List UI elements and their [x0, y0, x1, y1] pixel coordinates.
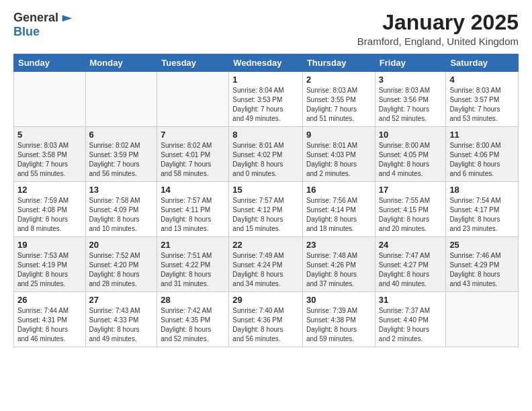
day-number: 14 [161, 185, 225, 195]
day-number: 29 [232, 295, 299, 305]
calendar-cell: 15Sunrise: 7:57 AM Sunset: 4:12 PM Dayli… [229, 182, 303, 237]
day-info: Sunrise: 7:43 AM Sunset: 4:33 PM Dayligh… [89, 306, 154, 344]
calendar-cell: 6Sunrise: 8:02 AM Sunset: 3:59 PM Daylig… [85, 127, 157, 182]
day-info: Sunrise: 8:03 AM Sunset: 3:58 PM Dayligh… [17, 141, 82, 179]
calendar-cell: 20Sunrise: 7:52 AM Sunset: 4:20 PM Dayli… [85, 237, 157, 292]
calendar-header-row: SundayMondayTuesdayWednesdayThursdayFrid… [14, 54, 519, 72]
calendar-cell: 22Sunrise: 7:49 AM Sunset: 4:24 PM Dayli… [229, 237, 303, 292]
day-number: 20 [89, 240, 154, 250]
day-number: 17 [379, 185, 443, 195]
calendar-cell: 23Sunrise: 7:48 AM Sunset: 4:26 PM Dayli… [302, 237, 375, 292]
weekday-header-wednesday: Wednesday [229, 54, 303, 72]
day-info: Sunrise: 7:54 AM Sunset: 4:17 PM Dayligh… [449, 196, 515, 234]
day-number: 8 [232, 130, 299, 140]
calendar-cell [446, 292, 519, 347]
day-number: 7 [161, 130, 225, 140]
day-info: Sunrise: 7:44 AM Sunset: 4:31 PM Dayligh… [17, 306, 82, 344]
calendar-cell: 14Sunrise: 7:57 AM Sunset: 4:11 PM Dayli… [157, 182, 229, 237]
day-number: 13 [89, 185, 154, 195]
day-number: 9 [306, 130, 371, 140]
day-number: 10 [379, 130, 443, 140]
day-number: 15 [232, 185, 299, 195]
day-info: Sunrise: 7:55 AM Sunset: 4:15 PM Dayligh… [379, 196, 443, 234]
calendar-cell: 17Sunrise: 7:55 AM Sunset: 4:15 PM Dayli… [375, 182, 446, 237]
day-number: 30 [306, 295, 371, 305]
calendar-cell: 19Sunrise: 7:53 AM Sunset: 4:19 PM Dayli… [14, 237, 86, 292]
day-info: Sunrise: 8:03 AM Sunset: 3:55 PM Dayligh… [306, 86, 371, 124]
calendar-cell: 9Sunrise: 8:01 AM Sunset: 4:03 PM Daylig… [302, 127, 375, 182]
day-number: 2 [306, 75, 371, 85]
calendar-cell: 1Sunrise: 8:04 AM Sunset: 3:53 PM Daylig… [229, 72, 303, 127]
svg-marker-0 [62, 15, 73, 21]
day-info: Sunrise: 7:49 AM Sunset: 4:24 PM Dayligh… [232, 251, 299, 289]
day-info: Sunrise: 7:48 AM Sunset: 4:26 PM Dayligh… [306, 251, 371, 289]
day-info: Sunrise: 8:03 AM Sunset: 3:57 PM Dayligh… [449, 86, 515, 124]
calendar-cell [157, 72, 229, 127]
calendar-cell: 12Sunrise: 7:59 AM Sunset: 4:08 PM Dayli… [14, 182, 86, 237]
day-number: 12 [17, 185, 82, 195]
day-number: 25 [449, 240, 515, 250]
weekday-header-monday: Monday [85, 54, 157, 72]
day-number: 26 [17, 295, 82, 305]
day-number: 3 [379, 75, 443, 85]
calendar-cell: 18Sunrise: 7:54 AM Sunset: 4:17 PM Dayli… [446, 182, 519, 237]
calendar-cell: 30Sunrise: 7:39 AM Sunset: 4:38 PM Dayli… [302, 292, 375, 347]
calendar-cell: 29Sunrise: 7:40 AM Sunset: 4:36 PM Dayli… [229, 292, 303, 347]
calendar-cell: 26Sunrise: 7:44 AM Sunset: 4:31 PM Dayli… [14, 292, 86, 347]
weekday-header-thursday: Thursday [302, 54, 375, 72]
location: Bramford, England, United Kingdom [357, 36, 519, 47]
weekday-header-tuesday: Tuesday [157, 54, 229, 72]
calendar-cell: 25Sunrise: 7:46 AM Sunset: 4:29 PM Dayli… [446, 237, 519, 292]
calendar-cell: 24Sunrise: 7:47 AM Sunset: 4:27 PM Dayli… [375, 237, 446, 292]
day-info: Sunrise: 7:40 AM Sunset: 4:36 PM Dayligh… [232, 306, 299, 344]
day-number: 21 [161, 240, 225, 250]
day-number: 5 [17, 130, 82, 140]
day-info: Sunrise: 7:46 AM Sunset: 4:29 PM Dayligh… [449, 251, 515, 289]
calendar-week-row: 5Sunrise: 8:03 AM Sunset: 3:58 PM Daylig… [14, 127, 519, 182]
day-info: Sunrise: 8:00 AM Sunset: 4:05 PM Dayligh… [379, 141, 443, 179]
day-info: Sunrise: 7:57 AM Sunset: 4:11 PM Dayligh… [161, 196, 225, 234]
day-info: Sunrise: 7:56 AM Sunset: 4:14 PM Dayligh… [306, 196, 371, 234]
day-number: 1 [232, 75, 299, 85]
day-info: Sunrise: 7:39 AM Sunset: 4:38 PM Dayligh… [306, 306, 371, 344]
calendar-cell: 8Sunrise: 8:01 AM Sunset: 4:02 PM Daylig… [229, 127, 303, 182]
calendar-cell: 13Sunrise: 7:58 AM Sunset: 4:09 PM Dayli… [85, 182, 157, 237]
day-info: Sunrise: 7:58 AM Sunset: 4:09 PM Dayligh… [89, 196, 154, 234]
day-info: Sunrise: 8:03 AM Sunset: 3:56 PM Dayligh… [379, 86, 443, 124]
day-info: Sunrise: 8:02 AM Sunset: 3:59 PM Dayligh… [89, 141, 154, 179]
day-info: Sunrise: 7:59 AM Sunset: 4:08 PM Dayligh… [17, 196, 82, 234]
calendar-table: SundayMondayTuesdayWednesdayThursdayFrid… [13, 54, 519, 347]
day-number: 31 [379, 295, 443, 305]
weekday-header-saturday: Saturday [446, 54, 519, 72]
header: General Blue January 2025 Bramford, Engl… [13, 11, 519, 47]
day-number: 6 [89, 130, 154, 140]
day-number: 23 [306, 240, 371, 250]
day-number: 18 [449, 185, 515, 195]
calendar-cell: 5Sunrise: 8:03 AM Sunset: 3:58 PM Daylig… [14, 127, 86, 182]
day-info: Sunrise: 7:53 AM Sunset: 4:19 PM Dayligh… [17, 251, 82, 289]
calendar-cell [85, 72, 157, 127]
day-info: Sunrise: 7:42 AM Sunset: 4:35 PM Dayligh… [161, 306, 225, 344]
weekday-header-friday: Friday [375, 54, 446, 72]
logo-flag-icon [61, 14, 73, 25]
calendar-cell: 21Sunrise: 7:51 AM Sunset: 4:22 PM Dayli… [157, 237, 229, 292]
month-title: January 2025 [357, 11, 519, 34]
day-number: 27 [89, 295, 154, 305]
calendar-cell: 3Sunrise: 8:03 AM Sunset: 3:56 PM Daylig… [375, 72, 446, 127]
day-number: 28 [161, 295, 225, 305]
title-section: January 2025 Bramford, England, United K… [357, 11, 519, 47]
calendar-cell: 2Sunrise: 8:03 AM Sunset: 3:55 PM Daylig… [302, 72, 375, 127]
day-info: Sunrise: 8:01 AM Sunset: 4:02 PM Dayligh… [232, 141, 299, 179]
calendar-cell [14, 72, 86, 127]
calendar-cell: 11Sunrise: 8:00 AM Sunset: 4:06 PM Dayli… [446, 127, 519, 182]
day-info: Sunrise: 8:00 AM Sunset: 4:06 PM Dayligh… [449, 141, 515, 179]
calendar-cell: 7Sunrise: 8:02 AM Sunset: 4:01 PM Daylig… [157, 127, 229, 182]
logo-general-text: General [13, 11, 58, 25]
day-info: Sunrise: 7:37 AM Sunset: 4:40 PM Dayligh… [379, 306, 443, 344]
day-info: Sunrise: 8:04 AM Sunset: 3:53 PM Dayligh… [232, 86, 299, 124]
calendar-week-row: 12Sunrise: 7:59 AM Sunset: 4:08 PM Dayli… [14, 182, 519, 237]
calendar-cell: 27Sunrise: 7:43 AM Sunset: 4:33 PM Dayli… [85, 292, 157, 347]
day-info: Sunrise: 7:52 AM Sunset: 4:20 PM Dayligh… [89, 251, 154, 289]
logo-blue-text: Blue [13, 25, 40, 38]
day-number: 22 [232, 240, 299, 250]
